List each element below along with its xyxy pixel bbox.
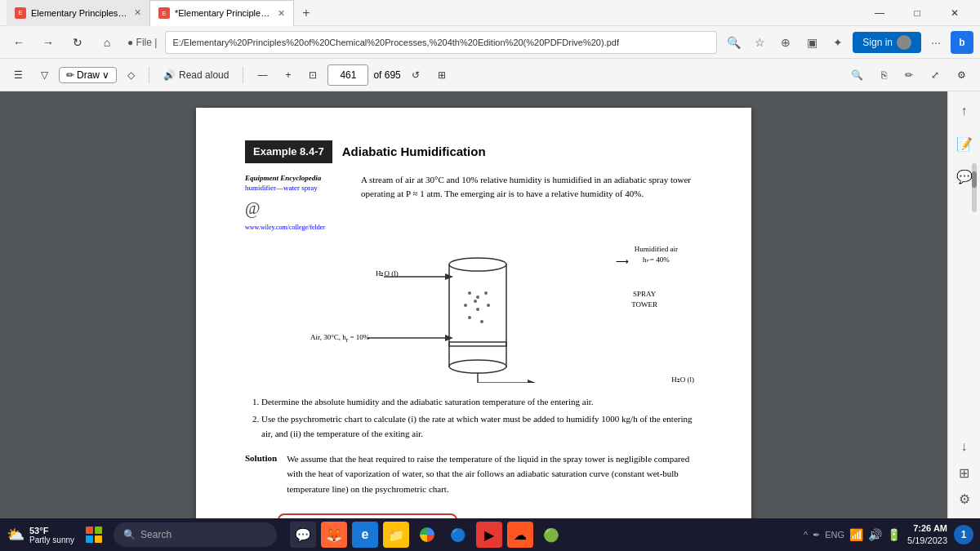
content-columns: Equipment Encyclopedia humidifier—water …: [245, 173, 702, 232]
highlighted-answer-box: 1. Air at 30°C, 10% relative humidity Fi…: [278, 513, 457, 518]
tab2-close[interactable]: ✕: [278, 8, 285, 19]
settings-button[interactable]: ⚙: [950, 64, 973, 87]
taskbar-app-chrome[interactable]: [414, 522, 440, 548]
temperature: 53°F: [29, 526, 74, 535]
pencil-icon: ✏: [66, 69, 74, 81]
search-addr-icon[interactable]: 🔍: [722, 31, 745, 54]
app6-icon: ☁: [514, 527, 527, 543]
spray-diagram: Humidified air hᵣ = 40% ⟶: [245, 240, 702, 387]
tab-2[interactable]: E *Elementary Principles of Chemic ✕: [150, 0, 294, 26]
taskbar: ⛅ 53°F Partly sunny 🔍 Search 💬 🦊 e 📁: [0, 518, 980, 551]
url-bar[interactable]: E:/Elementary%20Principles%20of%20Chemic…: [165, 31, 717, 54]
svg-point-7: [476, 295, 479, 299]
wallet-icon[interactable]: ▣: [800, 31, 823, 54]
chevron-up-icon[interactable]: ^: [804, 530, 808, 540]
zoom-in-icon: +: [285, 69, 291, 81]
back-button[interactable]: ←: [7, 31, 31, 54]
zoom-in-button[interactable]: +: [278, 64, 298, 87]
weather-widget[interactable]: ⛅ 53°F Partly sunny: [7, 526, 74, 544]
pdf-toolbar: ☰ ▽ ✏ Draw ∨ ◇ 🔊 Read aloud — + ⊡ of 695…: [0, 59, 980, 91]
tab1-close[interactable]: ✕: [134, 7, 141, 18]
tab-1[interactable]: E Elementary Principles of Chemic ✕: [7, 0, 150, 26]
tray-icons: ^ ✒ ENG 📶 🔊 🔋: [804, 528, 901, 541]
sidebar-settings-icon[interactable]: ⚙: [951, 486, 978, 512]
taskbar-app-3[interactable]: 📁: [383, 522, 409, 548]
copilot-icon[interactable]: ✦: [826, 31, 849, 54]
multipage-button[interactable]: ⊞: [430, 64, 453, 87]
svg-point-10: [476, 308, 479, 311]
fit-page-button[interactable]: ⊡: [301, 64, 324, 87]
annotation-icon[interactable]: 📝: [951, 131, 978, 157]
minimize-button[interactable]: —: [861, 0, 898, 26]
rotate-button[interactable]: ↺: [404, 64, 427, 87]
user-avatar[interactable]: 1: [954, 525, 973, 544]
address-bar: ← → ↻ ⌂ ● File | E:/Elementary%20Princip…: [0, 26, 980, 59]
taskbar-app-1[interactable]: 💬: [290, 522, 316, 548]
sound-icon[interactable]: 🔊: [868, 528, 882, 541]
home-button[interactable]: ⌂: [95, 31, 119, 54]
taskbar-app-edge[interactable]: e: [352, 522, 378, 548]
close-button[interactable]: ✕: [936, 0, 973, 26]
taskbar-app-6[interactable]: ☁: [507, 522, 533, 548]
tab2-icon: E: [158, 7, 170, 19]
svg-point-12: [468, 316, 471, 319]
toolbar-search-button[interactable]: 🔍: [844, 64, 871, 87]
title-bar: E Elementary Principles of Chemic ✕ E *E…: [0, 0, 980, 26]
highlight-button[interactable]: ✏: [898, 64, 920, 87]
star-icon[interactable]: ☆: [748, 31, 771, 54]
sidebar-bottom: ↓ ⊞ ⚙: [951, 433, 978, 512]
sign-in-button[interactable]: Sign in: [853, 32, 921, 53]
filter-button[interactable]: ▽: [33, 64, 56, 87]
battery-icon[interactable]: 🔋: [887, 528, 901, 541]
main-area: Example 8.4-7 Adiabatic Humidification E…: [0, 91, 980, 518]
read-aloud-button[interactable]: 🔊 Read aloud: [156, 64, 236, 87]
weather-info: 53°F Partly sunny: [29, 526, 74, 544]
add-tab-button[interactable]: +: [294, 1, 318, 25]
right-sidebar: ↑ 📝 💬 ↓ ⊞ ⚙: [947, 91, 980, 518]
speaker-icon: 🔊: [163, 69, 176, 81]
refresh-button[interactable]: ↻: [65, 31, 90, 54]
edge-icon: b: [951, 31, 973, 54]
svg-point-8: [484, 291, 488, 295]
example-badge: Example 8.4-7: [245, 140, 332, 163]
tab1-label: Elementary Principles of Chemic: [31, 8, 129, 18]
step-1: Determine the absolute humidity and the …: [261, 395, 702, 410]
scroll-thumb[interactable]: [972, 171, 977, 188]
maximize-button[interactable]: □: [898, 0, 936, 26]
forward-button[interactable]: →: [36, 31, 60, 54]
url-text: E:/Elementary%20Principles%20of%20Chemic…: [172, 38, 619, 47]
page-number-input[interactable]: [327, 64, 368, 86]
copy-button[interactable]: ⎘: [874, 64, 894, 87]
pen-icon[interactable]: ✒: [813, 530, 820, 540]
draw-button[interactable]: ✏ Draw ∨: [59, 67, 117, 83]
rotate-icon: ↺: [412, 69, 420, 81]
taskbar-app-7[interactable]: 🟢: [538, 522, 564, 548]
network-icon[interactable]: 📶: [849, 528, 863, 541]
time-display: 7:26 AM: [907, 522, 947, 535]
collections-icon[interactable]: ⊕: [774, 31, 797, 54]
taskbar-app-2[interactable]: 🦊: [321, 522, 347, 548]
equipment-label: Equipment Encyclopedia: [245, 173, 351, 184]
scroll-track: [972, 163, 977, 212]
website-url: www.wiley.com/college/felder: [245, 223, 351, 232]
zoom-out-button[interactable]: —: [250, 64, 274, 87]
app3-icon: 📁: [388, 527, 404, 543]
tower-svg: [343, 240, 604, 383]
scroll-down-icon[interactable]: ↓: [951, 433, 978, 460]
pdf-viewer[interactable]: Example 8.4-7 Adiabatic Humidification E…: [0, 91, 947, 518]
start-button[interactable]: [81, 522, 107, 548]
page-layout-icon[interactable]: ⊞: [951, 460, 978, 486]
taskbar-app-5[interactable]: ▶: [476, 522, 502, 548]
right-column: A stream of air at 30°C and 10% relative…: [361, 173, 702, 232]
scroll-up-icon[interactable]: ↑: [951, 98, 978, 124]
toolbar-separator-1: [149, 67, 149, 83]
more-button[interactable]: ···: [924, 31, 947, 54]
taskbar-search[interactable]: 🔍 Search: [114, 522, 277, 547]
clock[interactable]: 7:26 AM 5/19/2023: [907, 522, 947, 548]
fullscreen-button[interactable]: ⤢: [924, 64, 947, 87]
svg-point-3: [449, 360, 506, 373]
taskbar-app-4[interactable]: 🔵: [445, 522, 471, 548]
lasso-button[interactable]: ◇: [120, 64, 142, 87]
tab1-icon: E: [15, 7, 26, 19]
menu-button[interactable]: ☰: [7, 64, 30, 87]
